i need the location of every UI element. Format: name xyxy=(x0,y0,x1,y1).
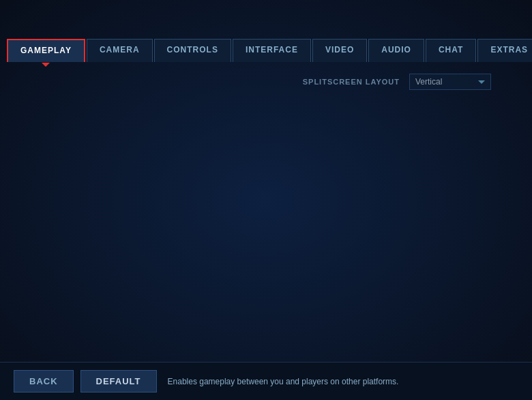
splitscreen-layout-row: SPLITSCREEN LAYOUT Vertical xyxy=(41,69,491,95)
bottom-bar: BACK DEFAULT Enables gameplay between yo… xyxy=(0,362,532,400)
splitscreen-layout-label: SPLITSCREEN LAYOUT xyxy=(303,78,400,86)
tab-audio[interactable]: AUDIO xyxy=(368,39,424,62)
default-button[interactable]: DEFAULT xyxy=(80,370,157,393)
tab-gameplay[interactable]: GAMEPLAY xyxy=(7,39,85,62)
splitscreen-layout-dropdown[interactable]: Vertical xyxy=(409,74,491,90)
tab-video[interactable]: VIDEO xyxy=(312,39,367,62)
back-button[interactable]: BACK xyxy=(14,370,74,393)
tab-interface[interactable]: INTERFACE xyxy=(233,39,311,62)
tab-camera[interactable]: CAMERA xyxy=(87,39,153,62)
tab-controls[interactable]: CONTROLS xyxy=(154,39,231,62)
tab-bar: GAMEPLAY CAMERA CONTROLS INTERFACE VIDEO… xyxy=(0,38,532,62)
splitscreen-layout-value: Vertical xyxy=(415,77,474,87)
tab-extras[interactable]: EXTRAS xyxy=(477,39,532,62)
dropdown-arrow-icon xyxy=(478,80,485,84)
tab-chat[interactable]: CHAT xyxy=(426,39,476,62)
footer-hint: Enables gameplay between you and players… xyxy=(168,377,399,386)
